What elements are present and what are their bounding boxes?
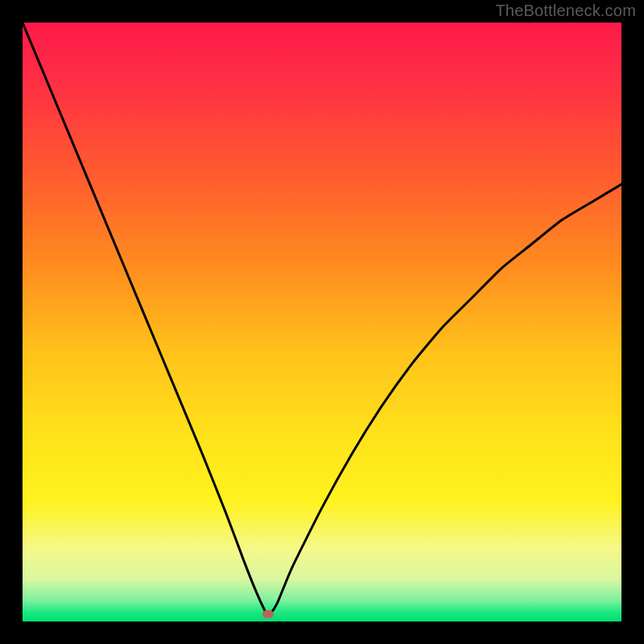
plot-area [23,23,621,621]
watermark-text: TheBottleneck.com [495,2,636,20]
minimum-marker [262,610,274,618]
bottleneck-curve [23,23,621,621]
chart-frame: TheBottleneck.com [0,0,644,644]
